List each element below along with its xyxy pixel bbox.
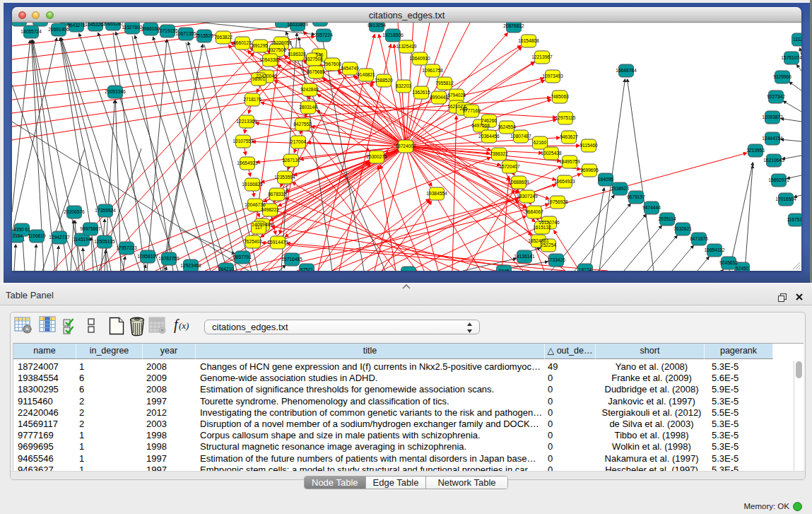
- svg-text:14136141: 14136141: [514, 254, 535, 259]
- svg-text:7663822: 7663822: [214, 35, 233, 40]
- svg-text:187244: 187244: [401, 270, 416, 271]
- svg-text:33154: 33154: [12, 233, 23, 238]
- svg-text:19654923: 19654923: [554, 179, 575, 184]
- svg-text:18495759: 18495759: [559, 159, 580, 164]
- svg-text:7632621: 7632621: [673, 226, 692, 231]
- svg-text:7515526: 7515526: [195, 33, 213, 38]
- svg-text:7485063: 7485063: [551, 94, 569, 99]
- svg-text:12444154: 12444154: [762, 136, 783, 141]
- svg-text:10688609: 10688609: [508, 180, 529, 185]
- svg-text:62160: 62160: [534, 140, 547, 145]
- svg-text:8427552: 8427552: [293, 122, 312, 127]
- svg-text:12942737: 12942737: [49, 235, 70, 240]
- svg-text:7386322: 7386322: [490, 151, 508, 156]
- svg-text:9699695: 9699695: [580, 168, 599, 173]
- svg-text:9684067: 9684067: [525, 209, 543, 214]
- svg-text:9327506: 9327506: [268, 47, 286, 52]
- svg-text:11527602: 11527602: [122, 25, 143, 30]
- svg-text:20876812: 20876812: [503, 23, 524, 28]
- svg-text:20691406: 20691406: [48, 27, 69, 32]
- svg-text:9327508: 9327508: [305, 57, 323, 62]
- svg-text:15720407: 15720407: [499, 164, 520, 169]
- svg-text:10107553: 10107553: [233, 139, 254, 144]
- svg-text:20206576: 20206576: [64, 209, 85, 214]
- svg-text:252254: 252254: [541, 243, 556, 247]
- svg-text:17016504: 17016504: [775, 197, 796, 201]
- svg-text:8454749: 8454749: [341, 66, 359, 71]
- svg-text:17359924: 17359924: [95, 208, 116, 213]
- svg-text:1167533: 1167533: [787, 217, 801, 222]
- svg-text:17957223: 17957223: [116, 245, 137, 250]
- svg-text:8678332: 8678332: [268, 192, 286, 197]
- svg-text:3267130: 3267130: [282, 158, 300, 163]
- svg-text:18134: 18134: [579, 267, 592, 271]
- svg-text:8813054: 8813054: [367, 23, 386, 28]
- svg-text:217004: 217004: [290, 139, 306, 144]
- svg-text:9146821: 9146821: [357, 72, 375, 77]
- svg-text:10025438: 10025438: [541, 151, 562, 156]
- svg-text:15692971: 15692971: [768, 177, 789, 182]
- svg-text:2718176: 2718176: [243, 97, 261, 102]
- svg-text:16120746: 16120746: [539, 220, 560, 225]
- svg-text:19654923: 19654923: [237, 160, 258, 165]
- svg-text:98901: 98901: [252, 76, 266, 81]
- svg-text:11325419: 11325419: [396, 44, 417, 49]
- svg-text:18307249: 18307249: [517, 194, 538, 199]
- svg-text:20364456: 20364456: [478, 134, 500, 139]
- svg-text:3213953: 3213953: [746, 148, 765, 153]
- svg-text:9857791: 9857791: [233, 255, 252, 259]
- svg-text:16154808: 16154808: [518, 38, 539, 43]
- svg-text:16648784: 16648784: [616, 68, 637, 73]
- svg-text:12975115: 12975115: [555, 115, 576, 120]
- svg-text:2803144: 2803144: [299, 105, 317, 110]
- svg-text:9115460: 9115460: [579, 143, 598, 148]
- svg-text:13640910: 13640910: [409, 56, 430, 61]
- svg-text:9777169: 9777169: [462, 108, 481, 113]
- svg-text:1145194: 1145194: [73, 237, 91, 242]
- svg-text:9474444: 9474444: [642, 205, 661, 210]
- svg-text:10958107: 10958107: [137, 254, 158, 259]
- svg-text:92450: 92450: [736, 266, 749, 271]
- svg-text:117: 117: [255, 225, 263, 230]
- svg-text:2967608: 2967608: [323, 62, 341, 66]
- svg-text:99975867: 99975867: [80, 226, 101, 231]
- svg-text:12353594: 12353594: [274, 175, 295, 180]
- svg-text:12093872: 12093872: [762, 115, 783, 119]
- svg-text:3498222: 3498222: [261, 207, 279, 212]
- svg-text:10654112: 10654112: [705, 247, 725, 252]
- svg-text:10671355: 10671355: [175, 31, 196, 36]
- svg-text:19756928: 19756928: [547, 199, 568, 204]
- svg-text:8990443: 8990443: [430, 95, 448, 100]
- svg-text:9329966: 9329966: [773, 74, 792, 79]
- svg-text:3624554: 3624554: [498, 124, 516, 129]
- svg-text:6794028: 6794028: [447, 93, 466, 98]
- svg-text:25300275: 25300275: [366, 154, 387, 159]
- svg-text:12213967: 12213967: [531, 54, 553, 59]
- svg-text:10961758: 10961758: [422, 68, 443, 73]
- svg-text:9345: 9345: [499, 269, 510, 271]
- svg-text:16782759: 16782759: [158, 256, 180, 261]
- svg-text:6679197: 6679197: [627, 194, 645, 199]
- svg-text:164095: 164095: [598, 177, 613, 182]
- svg-text:9643278: 9643278: [67, 23, 86, 28]
- svg-text:8471676: 8471676: [690, 236, 708, 241]
- svg-text:12923468: 12923468: [180, 263, 201, 268]
- svg-text:746266: 746266: [481, 118, 497, 123]
- svg-text:7625402: 7625402: [244, 239, 262, 244]
- svg-text:16914479: 16914479: [267, 240, 288, 245]
- svg-text:15226058: 15226058: [271, 40, 292, 45]
- svg-text:10973493: 10973493: [542, 74, 563, 78]
- svg-text:14055724: 14055724: [20, 29, 42, 34]
- svg-text:87521: 87521: [300, 267, 314, 271]
- svg-text:12213369: 12213369: [236, 119, 257, 124]
- svg-text:9245652: 9245652: [719, 260, 738, 265]
- svg-text:1588520: 1588520: [375, 78, 393, 83]
- svg-text:12505135: 12505135: [94, 239, 115, 244]
- svg-text:8675685: 8675685: [307, 69, 325, 74]
- svg-text:20053346: 20053346: [105, 89, 126, 94]
- svg-text:8186328: 8186328: [288, 52, 306, 57]
- svg-text:1733426: 1733426: [547, 257, 565, 262]
- svg-text:7357224: 7357224: [314, 33, 333, 37]
- svg-text:19384554: 19384554: [426, 191, 447, 196]
- svg-text:1156819: 1156819: [28, 233, 46, 238]
